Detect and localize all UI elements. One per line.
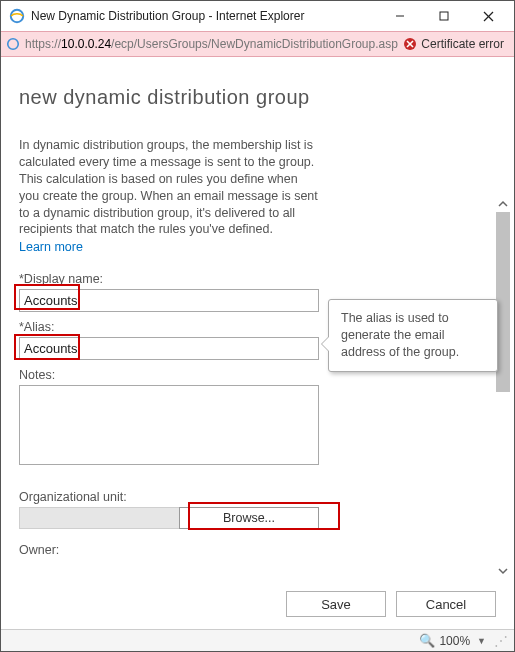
display-name-input[interactable] <box>19 289 319 312</box>
cancel-button[interactable]: Cancel <box>396 591 496 617</box>
window-title: New Dynamic Distribution Group - Interne… <box>31 9 378 23</box>
scroll-up-icon[interactable] <box>496 198 510 210</box>
address-bar[interactable]: https://10.0.0.24/ecp/UsersGroups/NewDyn… <box>1 31 514 57</box>
scrollbar[interactable] <box>496 198 510 577</box>
alias-tooltip-text: The alias is used to generate the email … <box>341 311 459 359</box>
scroll-thumb[interactable] <box>496 212 510 392</box>
chevron-down-icon[interactable]: ▼ <box>477 636 486 646</box>
org-unit-label: Organizational unit: <box>19 490 496 504</box>
certificate-error-text: Certificate error <box>421 37 504 51</box>
page-title: new dynamic distribution group <box>19 86 496 109</box>
magnifier-icon: 🔍 <box>419 633 435 648</box>
ie-icon <box>9 8 25 24</box>
svg-rect-2 <box>440 12 448 20</box>
page-description: In dynamic distribution groups, the memb… <box>19 137 319 238</box>
error-icon <box>403 37 417 51</box>
zoom-value: 100% <box>439 634 470 648</box>
url-text: https://10.0.0.24/ecp/UsersGroups/NewDyn… <box>25 37 401 51</box>
org-unit-row: Browse... <box>19 507 319 529</box>
protocol-icon <box>5 36 21 52</box>
close-button[interactable] <box>466 2 510 30</box>
org-unit-field <box>19 507 179 529</box>
certificate-error-badge[interactable]: Certificate error <box>401 37 510 51</box>
alias-tooltip: The alias is used to generate the email … <box>328 299 498 372</box>
svg-point-5 <box>8 39 19 50</box>
zoom-control[interactable]: 🔍 100% ▼ <box>419 633 486 648</box>
button-bar: Save Cancel <box>1 581 514 627</box>
window-titlebar: New Dynamic Distribution Group - Interne… <box>1 1 514 31</box>
display-name-label: *Display name: <box>19 272 496 286</box>
resize-grip-icon[interactable]: ⋰ <box>494 633 508 649</box>
minimize-button[interactable] <box>378 2 422 30</box>
notes-input[interactable] <box>19 385 319 465</box>
learn-more-link[interactable]: Learn more <box>19 240 496 254</box>
svg-point-0 <box>11 10 23 22</box>
scroll-down-icon[interactable] <box>496 565 510 577</box>
maximize-button[interactable] <box>422 2 466 30</box>
owner-label: Owner: <box>19 543 496 557</box>
window-controls <box>378 2 510 30</box>
browse-button[interactable]: Browse... <box>179 507 319 529</box>
alias-input[interactable] <box>19 337 319 360</box>
status-bar: 🔍 100% ▼ ⋰ <box>1 629 514 651</box>
save-button[interactable]: Save <box>286 591 386 617</box>
